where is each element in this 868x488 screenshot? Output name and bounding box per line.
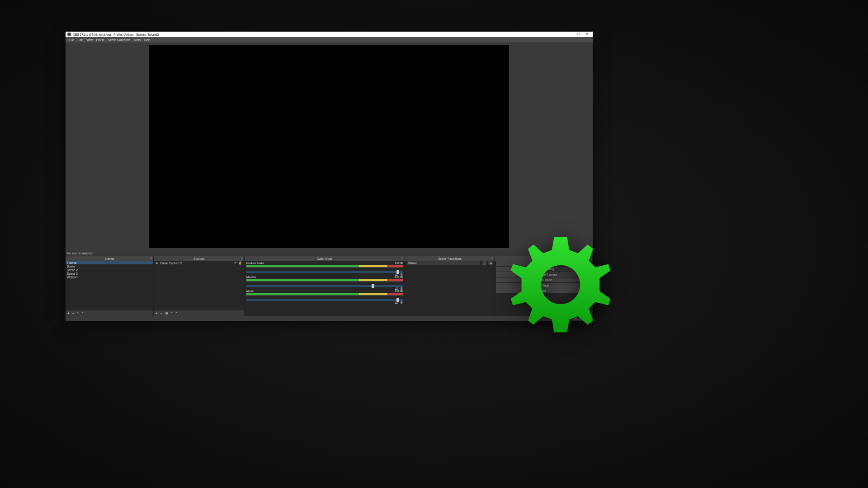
float-icon[interactable]: ⤢ xyxy=(241,257,243,260)
menubar: File Edit View Profile Scene Collection … xyxy=(66,37,593,42)
mixer-track: Music0.0 dB🔊⚙ xyxy=(245,289,405,303)
float-icon[interactable]: ⤢ xyxy=(401,257,404,260)
remove-scene-button[interactable]: − xyxy=(72,311,75,315)
menu-help[interactable]: Help xyxy=(142,38,152,42)
source-label: Game Capture 2 xyxy=(160,262,182,265)
source-properties-button[interactable]: ⚙ xyxy=(165,311,168,315)
track-db: 0.0 dB xyxy=(395,290,403,292)
scene-item[interactable]: Scene 3 xyxy=(66,272,153,275)
menu-view[interactable]: View xyxy=(85,38,94,42)
meter-ticks xyxy=(246,267,403,270)
menu-scene-collection[interactable]: Scene Collection xyxy=(106,38,132,42)
sources-header: Sources ⤢ xyxy=(154,256,244,261)
mixer-dock: Audio Mixer ⤢ Desktop Audio0.0 dB🔊⚙Mic/A… xyxy=(245,256,405,316)
track-db: 0.0 dB xyxy=(395,262,403,264)
settings-gear-overlay xyxy=(506,230,615,339)
close-button[interactable]: ✕ xyxy=(583,32,591,37)
menu-edit[interactable]: Edit xyxy=(75,38,84,42)
transitions-body: Stinger ⋮ ⚙ xyxy=(405,261,495,316)
scene-down-button[interactable]: ˅ xyxy=(81,311,83,315)
menu-profile[interactable]: Profile xyxy=(94,38,106,42)
app-icon xyxy=(67,33,71,36)
maximize-button[interactable]: ☐ xyxy=(575,32,583,37)
track-name: Desktop Audio xyxy=(246,262,264,264)
source-up-button[interactable]: ˄ xyxy=(171,311,173,315)
add-source-button[interactable]: + xyxy=(156,311,158,315)
track-settings-icon[interactable]: ⚙ xyxy=(400,301,403,305)
source-type-icon: 👁 xyxy=(156,262,159,265)
scenes-list[interactable]: TutorialSceneScene 2Scene 3Webcam xyxy=(66,261,153,310)
mixer-track: Desktop Audio0.0 dB🔊⚙ xyxy=(245,261,405,275)
volume-slider[interactable] xyxy=(246,271,403,273)
scene-item[interactable]: Scene xyxy=(66,264,153,268)
meter-ticks xyxy=(246,281,403,284)
meter-ticks xyxy=(246,295,403,298)
scene-up-button[interactable]: ˄ xyxy=(77,311,79,315)
minimize-button[interactable]: — xyxy=(566,32,575,37)
speaker-icon[interactable]: 🔊 xyxy=(395,301,399,305)
mixer-body: Desktop Audio0.0 dB🔊⚙Mic/Aux-0.2 dB🔊⚙Mus… xyxy=(245,261,405,316)
scene-item[interactable]: Tutorial xyxy=(66,261,153,264)
transition-select[interactable]: Stinger xyxy=(407,261,480,265)
volume-slider[interactable] xyxy=(246,299,403,301)
float-icon[interactable]: ⤢ xyxy=(150,257,152,260)
add-scene-button[interactable]: + xyxy=(67,311,70,315)
transition-add-button[interactable]: ⋮ xyxy=(482,261,486,265)
scene-item[interactable]: Scene 2 xyxy=(66,268,153,272)
transition-settings-button[interactable]: ⚙ xyxy=(488,261,493,265)
scenes-dock: Scenes ⤢ TutorialSceneScene 2Scene 3Webc… xyxy=(66,256,154,316)
visibility-icon[interactable]: 👁 xyxy=(234,261,237,265)
menu-tools[interactable]: Tools xyxy=(132,38,142,42)
track-name: Mic/Aux xyxy=(246,276,256,278)
volume-slider[interactable] xyxy=(246,285,403,287)
track-db: -0.2 dB xyxy=(394,276,403,278)
sources-list[interactable]: 👁Game Capture 2👁🔒 xyxy=(154,261,244,310)
menu-file[interactable]: File xyxy=(67,38,75,42)
transitions-dock: Scene Transitions ⤢ Stinger ⋮ ⚙ xyxy=(405,256,495,316)
sources-dock: Sources ⤢ 👁Game Capture 2👁🔒 + − ⚙ ˄ ˅ xyxy=(154,256,245,316)
source-down-button[interactable]: ˅ xyxy=(175,311,177,315)
scenes-header: Scenes ⤢ xyxy=(66,256,153,261)
lock-icon[interactable]: 🔒 xyxy=(238,261,242,265)
mixer-header: Audio Mixer ⤢ xyxy=(245,256,405,261)
scene-item[interactable]: Webcam xyxy=(66,275,153,279)
mixer-track: Mic/Aux-0.2 dB🔊⚙ xyxy=(245,275,405,289)
remove-source-button[interactable]: − xyxy=(160,311,163,315)
preview-area xyxy=(66,42,593,250)
gear-icon xyxy=(506,230,615,339)
sources-toolbar: + − ⚙ ˄ ˅ xyxy=(154,310,244,316)
transitions-header: Scene Transitions ⤢ xyxy=(405,256,495,261)
scenes-toolbar: + − ˄ ˅ xyxy=(66,310,153,316)
track-name: Music xyxy=(246,290,254,292)
titlebar[interactable]: OBS 27.0.1 (64-bit, windows) - Profile: … xyxy=(66,32,593,37)
window-title: OBS 27.0.1 (64-bit, windows) - Profile: … xyxy=(73,33,566,36)
preview-canvas[interactable] xyxy=(149,45,509,248)
no-source-label: No source selected xyxy=(67,252,557,255)
float-icon[interactable]: ⤢ xyxy=(491,257,494,260)
source-item[interactable]: 👁Game Capture 2👁🔒 xyxy=(154,261,244,265)
